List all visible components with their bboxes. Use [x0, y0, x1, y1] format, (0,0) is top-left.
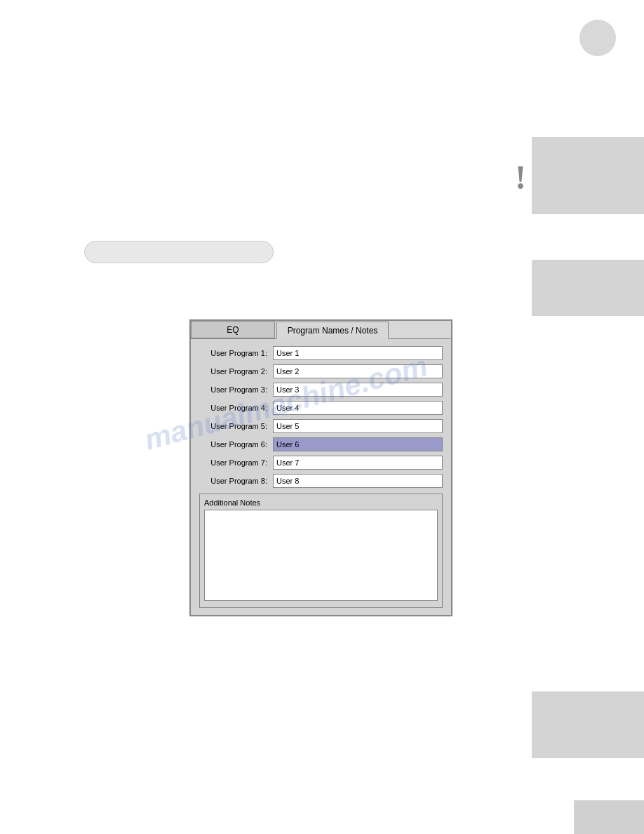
panel-content: User Program 1: User Program 2: User Pro… [191, 339, 451, 615]
user-program-label-4: User Program 4: [199, 404, 273, 412]
right-panel-3 [532, 691, 644, 758]
dialog-panel: EQ Program Names / Notes User Program 1:… [189, 319, 452, 616]
right-panel-4 [574, 800, 644, 834]
user-program-row-4: User Program 4: [199, 401, 443, 415]
user-program-input-5[interactable] [273, 419, 443, 433]
user-program-label-1: User Program 1: [199, 349, 273, 357]
user-program-label-6: User Program 6: [199, 440, 273, 449]
additional-notes-section: Additional Notes [199, 494, 443, 608]
additional-notes-textarea[interactable] [204, 510, 438, 601]
user-program-row-3: User Program 3: [199, 383, 443, 397]
user-program-label-3: User Program 3: [199, 385, 273, 394]
right-panel-1 [532, 137, 644, 214]
user-program-input-7[interactable] [273, 456, 443, 470]
top-circle-decoration [579, 20, 616, 56]
right-panel-2 [532, 260, 644, 316]
user-program-row-1: User Program 1: [199, 346, 443, 360]
additional-notes-label: Additional Notes [204, 498, 438, 507]
tab-program-names-notes[interactable]: Program Names / Notes [276, 322, 389, 339]
user-program-label-5: User Program 5: [199, 422, 273, 430]
user-program-label-2: User Program 2: [199, 367, 273, 376]
pill-button[interactable] [84, 241, 274, 263]
exclamation-icon: ! [515, 158, 526, 197]
user-program-input-3[interactable] [273, 383, 443, 397]
user-program-row-8: User Program 8: [199, 474, 443, 488]
user-program-input-8[interactable] [273, 474, 443, 488]
user-program-label-8: User Program 8: [199, 477, 273, 485]
user-program-input-1[interactable] [273, 346, 443, 360]
user-program-row-5: User Program 5: [199, 419, 443, 433]
tab-bar: EQ Program Names / Notes [191, 321, 451, 339]
tab-eq[interactable]: EQ [191, 321, 275, 338]
user-program-input-6[interactable] [273, 437, 443, 451]
user-program-row-6: User Program 6: [199, 437, 443, 451]
user-program-input-2[interactable] [273, 364, 443, 378]
user-program-row-7: User Program 7: [199, 456, 443, 470]
user-program-input-4[interactable] [273, 401, 443, 415]
user-program-label-7: User Program 7: [199, 458, 273, 467]
user-program-row-2: User Program 2: [199, 364, 443, 378]
